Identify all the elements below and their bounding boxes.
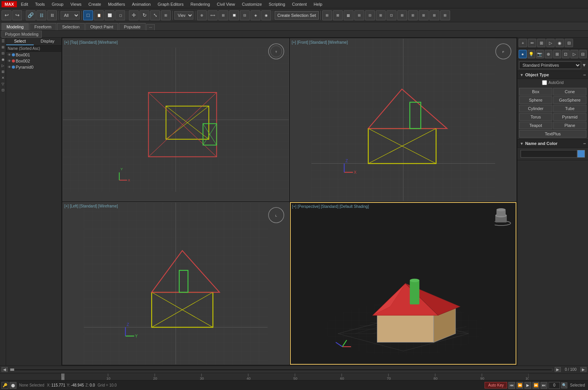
tab-selection[interactable]: Selection	[57, 23, 84, 30]
display-icon[interactable]: ◉	[0, 57, 6, 62]
autogrid-label[interactable]: AutoGrid	[519, 80, 587, 85]
toolbar-extra-2[interactable]: ⊠	[333, 10, 343, 20]
rp-hierarchy-icon[interactable]: ⊞	[537, 39, 545, 47]
eye-icon-pyramid[interactable]: 👁	[8, 65, 11, 69]
y-value[interactable]: -48.945	[71, 383, 84, 387]
rp-system-icon[interactable]: ⊡	[562, 50, 570, 58]
eye-icon-box002[interactable]: 👁	[8, 59, 11, 63]
cylinder-button[interactable]: Cylinder	[519, 105, 552, 112]
pivot-button[interactable]: ⊕	[197, 10, 207, 20]
rp-helper-icon[interactable]: ⊕	[545, 50, 553, 58]
tab-extra[interactable]: ···	[146, 24, 155, 30]
scene-explorer-icon[interactable]: ☰	[0, 38, 6, 44]
auto-key-toggle[interactable]: Auto Key	[485, 382, 507, 388]
next-frame-button[interactable]: ⏩	[532, 382, 539, 389]
polygon-modeling-label[interactable]: Polygon Modeling	[2, 31, 42, 38]
toolbar-extra-5[interactable]: ⊟	[365, 10, 375, 20]
go-start-button[interactable]: ⏮	[508, 382, 515, 389]
rp-edit-icon[interactable]: ✏	[528, 39, 536, 47]
material-button[interactable]: ◈	[251, 10, 260, 20]
name-color-pin-icon[interactable]: ━	[583, 142, 586, 146]
viewport-front[interactable]: [+] [Front] [Standard] [Wireframe] F	[290, 38, 517, 201]
scale-button[interactable]: ⤡	[150, 10, 160, 20]
align-button[interactable]: ⊟	[240, 10, 250, 20]
edit-menu[interactable]: Edit	[18, 1, 31, 7]
tab-populate[interactable]: Populate	[119, 23, 145, 30]
display-tab[interactable]: Display	[34, 38, 61, 45]
rect-select-button[interactable]: ⬜	[105, 10, 115, 20]
object-type-header[interactable]: ▼ Object Type ━	[518, 71, 588, 79]
name-color-header[interactable]: ▼ Name and Color ━	[518, 140, 588, 148]
toolbar-extra-7[interactable]: ⊡	[387, 10, 396, 20]
modifiers-menu[interactable]: Modifiers	[105, 1, 128, 7]
rp-motion-icon[interactable]: ▷	[546, 39, 555, 47]
animation-menu[interactable]: Animation	[129, 1, 154, 7]
timeline-end-btn[interactable]: ▶	[580, 367, 586, 372]
customize-menu[interactable]: Customize	[239, 1, 265, 7]
viewport-perspective-label[interactable]: [+] [Perspective] [Standard] [Default Sh…	[292, 204, 369, 209]
select-tab[interactable]: Select	[6, 38, 34, 45]
toolbar-extra-3[interactable]: ▦	[344, 10, 354, 20]
toolbar-extra-6[interactable]: ⊞	[376, 10, 386, 20]
scene-item-box002[interactable]: 👁 Box002	[6, 58, 61, 64]
create-menu[interactable]: Create	[85, 1, 104, 7]
view-dropdown[interactable]: View	[174, 11, 193, 20]
textplus-button[interactable]: TextPlus	[519, 130, 586, 138]
undo-button[interactable]: ↩	[2, 10, 11, 20]
rp-utilities-icon[interactable]: ⊟	[565, 39, 573, 47]
toolbar-extra-9[interactable]: ⊞	[408, 10, 418, 20]
tools-menu[interactable]: Tools	[32, 1, 48, 7]
play-button[interactable]: ▶	[524, 382, 531, 389]
scene-item-pyramid[interactable]: 👁 Pyramid0	[6, 64, 61, 70]
utilities-icon[interactable]: ⊞	[0, 69, 6, 74]
civil-view-menu[interactable]: Civil View	[214, 1, 238, 7]
create-selection-set-button[interactable]: Create Selection Set	[275, 11, 319, 20]
rp-extra-icon[interactable]: ⊟	[579, 50, 587, 58]
rp-light-icon[interactable]: 💡	[527, 50, 536, 58]
rp-camera-icon[interactable]: 📷	[536, 50, 544, 58]
timeline-slider[interactable]	[10, 368, 552, 371]
graph-editors-menu[interactable]: Graph Editors	[154, 1, 187, 7]
x-value[interactable]: 115.771	[51, 383, 65, 387]
viewport-front-label[interactable]: [+] [Front] [Standard] [Wireframe]	[292, 40, 348, 44]
help-menu[interactable]: Help	[311, 1, 326, 7]
snap-button[interactable]: 🔲	[229, 10, 239, 20]
viewport-left-label[interactable]: [+] [Left] [Standard] [Wireframe]	[64, 204, 118, 208]
group-menu[interactable]: Group	[49, 1, 67, 7]
name-input[interactable]	[521, 150, 577, 158]
rotate-button[interactable]: ↻	[139, 10, 149, 20]
primitive-type-dropdown[interactable]: Standard Primitives	[519, 61, 581, 69]
viewport-top[interactable]: [+] [Top] [Standard] [Wireframe] T	[62, 38, 289, 201]
toolbar-extra-8[interactable]: ⊞	[397, 10, 407, 20]
hierarchy-icon[interactable]: ⊞	[0, 44, 6, 50]
select-by-name-button[interactable]: 📋	[94, 10, 104, 20]
views-menu[interactable]: Views	[67, 1, 85, 7]
rp-more-icon[interactable]: ▷	[570, 50, 578, 58]
dropdown-arrow-icon[interactable]: ▼	[581, 63, 586, 68]
frame-input[interactable]	[549, 382, 560, 389]
rp-display-icon[interactable]: ◉	[555, 39, 564, 47]
select-region-button[interactable]: ◻	[115, 10, 125, 20]
redo-button[interactable]: ↪	[12, 10, 22, 20]
cone-button[interactable]: Cone	[553, 88, 586, 95]
plane-button[interactable]: Plane	[553, 122, 586, 129]
max-menu[interactable]: MAX	[2, 1, 17, 7]
bind-button[interactable]: ⛓	[47, 10, 57, 20]
array-button[interactable]: ⊞	[218, 10, 228, 20]
toolbar-extra-4[interactable]: ⊞	[354, 10, 364, 20]
viewport-perspective[interactable]: [+] [Perspective] [Standard] [Default Sh…	[290, 202, 517, 365]
tube-button[interactable]: Tube	[553, 105, 586, 112]
viewport-left[interactable]: [+] [Left] [Standard] [Wireframe] L	[62, 202, 289, 365]
scene-item-box001[interactable]: 👁 Box001	[6, 52, 61, 58]
filter-dropdown[interactable]: All	[61, 11, 80, 20]
tab-freeform[interactable]: Freeform	[29, 23, 57, 30]
unlink-button[interactable]: ⛓️	[36, 10, 46, 20]
tab-object-paint[interactable]: Object Paint	[85, 23, 118, 30]
transform-button[interactable]: ⊞	[161, 10, 171, 20]
timeline-left-btn[interactable]: ◀	[2, 367, 8, 372]
toolbar-extra-11[interactable]: ⊞	[429, 10, 439, 20]
teapot-button[interactable]: Teapot	[519, 122, 552, 129]
go-end-button[interactable]: ⏭	[541, 382, 547, 389]
color-swatch[interactable]	[577, 150, 585, 158]
sphere-button[interactable]: Sphere	[519, 96, 552, 104]
